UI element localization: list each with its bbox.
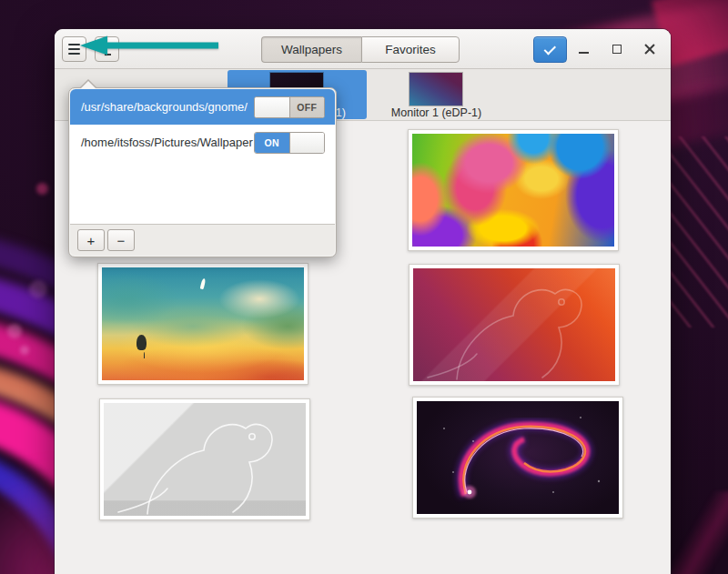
- toggle-on-label: ON: [255, 133, 289, 153]
- comet-swirl-graphic: [417, 401, 619, 514]
- rocket-shape: [199, 278, 206, 290]
- bokeh-dot: [20, 346, 29, 355]
- apply-button[interactable]: [533, 36, 567, 63]
- tab-favorites[interactable]: Favorites: [361, 36, 460, 63]
- figure-silhouette: [136, 335, 147, 350]
- wallpaper-thumbnail-comet[interactable]: [412, 397, 623, 519]
- check-icon: [543, 43, 555, 55]
- wallpaper-thumbnail-beaver-orange[interactable]: [409, 264, 620, 386]
- folder-toggle-off[interactable]: OFF: [254, 96, 325, 118]
- close-icon: [644, 44, 655, 55]
- wallpaper-streak: [661, 491, 728, 574]
- monitor-item-1[interactable]: Monitor 1 (eDP-1): [367, 70, 506, 119]
- close-button[interactable]: [638, 38, 662, 60]
- folder-actions-bar: + −: [70, 224, 335, 256]
- folder-list: /usr/share/backgrounds/gnome/ OFF /home/…: [70, 89, 335, 224]
- view-switcher: Wallpapers Favorites: [261, 36, 460, 63]
- bokeh-dot: [7, 324, 22, 338]
- folder-path: /home/itsfoss/Pictures/Wallpaper: [81, 136, 253, 149]
- wallpaper-thumbnail-watercolor-landscape[interactable]: [97, 263, 308, 385]
- thumbnail-image: [413, 268, 615, 381]
- monitor-1-thumbnail: [410, 73, 462, 106]
- wallpaper-folders-popover: /usr/share/backgrounds/gnome/ OFF /home/…: [68, 87, 337, 257]
- maximize-icon: [612, 45, 622, 54]
- wallpaper-thumbnail-beaver-grey[interactable]: [99, 398, 310, 520]
- add-folder-button[interactable]: +: [77, 229, 105, 251]
- thumbnail-image: [412, 134, 614, 247]
- folder-row-gnome[interactable]: /usr/share/backgrounds/gnome/ OFF: [70, 89, 335, 125]
- minimize-icon: [579, 52, 589, 54]
- toggle-handle: [289, 133, 325, 153]
- beaver-outline-icon: [413, 268, 615, 381]
- bokeh-dot: [36, 183, 48, 195]
- thumbnail-image: [102, 267, 304, 380]
- remove-folder-button[interactable]: −: [107, 229, 135, 251]
- thumbnail-image: [417, 401, 619, 514]
- monitor-1-label: Monitor 1 (eDP-1): [367, 106, 506, 119]
- beaver-outline-icon: [104, 403, 306, 516]
- wallpaper-thumbnail-colorful-paint[interactable]: [408, 129, 619, 251]
- annotation-arrow: [71, 33, 221, 58]
- bokeh-dot: [29, 280, 47, 298]
- folder-row-pictures[interactable]: /home/itsfoss/Pictures/Wallpaper ON: [70, 125, 335, 160]
- folder-toggle-on[interactable]: ON: [254, 132, 325, 154]
- toggle-off-label: OFF: [290, 97, 325, 117]
- toggle-handle: [255, 97, 290, 117]
- maximize-button[interactable]: [605, 38, 629, 60]
- thumbnail-image: [104, 403, 306, 516]
- folder-path: /usr/share/backgrounds/gnome/: [81, 100, 248, 114]
- tab-wallpapers[interactable]: Wallpapers: [261, 36, 361, 63]
- minimize-button[interactable]: [571, 38, 595, 60]
